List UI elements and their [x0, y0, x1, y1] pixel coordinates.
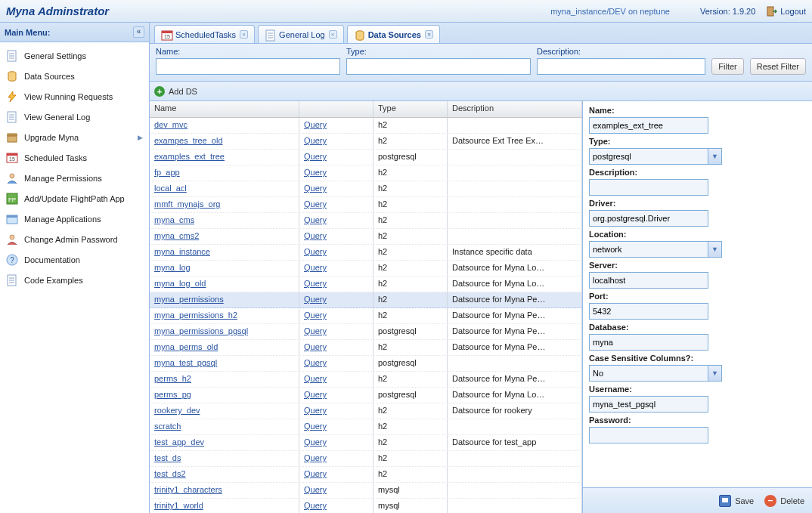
ds-name-link[interactable]: examples_ext_tree [154, 152, 225, 161]
query-link[interactable]: Query [304, 342, 327, 351]
sidebar-item-manage-permissions[interactable]: Manage Permissions [0, 168, 149, 188]
delete-button[interactable]: – Delete [764, 495, 804, 507]
ds-name-link[interactable]: myna_log_old [154, 279, 206, 288]
table-row[interactable]: myna_permissions_h2 Query h2 Datsource f… [150, 308, 582, 324]
ds-name-link[interactable]: myna_instance [154, 247, 210, 256]
add-ds-button[interactable]: Add DS [169, 87, 197, 96]
fld-driver-input[interactable] [589, 210, 708, 227]
ds-name-link[interactable]: myna_cms [154, 215, 194, 224]
query-link[interactable]: Query [304, 501, 327, 510]
ds-name-link[interactable]: trinity1_characters [154, 485, 222, 494]
table-row[interactable]: scratch Query h2 [150, 419, 582, 435]
ds-name-link[interactable]: myna_test_pgsql [154, 358, 217, 367]
ds-name-link[interactable]: myna_permissions [154, 295, 224, 304]
logout-button[interactable]: Logout [767, 6, 806, 17]
table-row[interactable]: examples_ext_tree Query postgresql [150, 150, 582, 165]
col-header-desc[interactable]: Description [448, 101, 582, 117]
tab-close-button[interactable]: × [425, 30, 433, 39]
query-link[interactable]: Query [304, 311, 327, 320]
fld-type-caret[interactable]: ▼ [708, 148, 722, 165]
fld-username-input[interactable] [589, 396, 708, 413]
fld-csc-caret[interactable]: ▼ [708, 365, 722, 382]
filter-button[interactable]: Filter [711, 58, 743, 75]
fld-password-input[interactable] [589, 427, 708, 443]
table-row[interactable]: exampes_tree_old Query h2 Datsource Ext … [150, 134, 582, 150]
query-link[interactable]: Query [304, 231, 327, 240]
query-link[interactable]: Query [304, 152, 327, 161]
fld-port-input[interactable] [589, 303, 708, 320]
sidebar-item-change-admin-password[interactable]: Change Admin Password [0, 229, 149, 249]
table-row[interactable]: test_app_dev Query h2 Datsource for test… [150, 435, 582, 451]
tab-close-button[interactable]: × [329, 30, 337, 39]
ds-name-link[interactable]: exampes_tree_old [154, 136, 223, 145]
query-link[interactable]: Query [304, 263, 327, 272]
table-row[interactable]: rookery_dev Query h2 Datsource for rooke… [150, 403, 582, 419]
query-link[interactable]: Query [304, 469, 327, 478]
table-row[interactable]: fp_app Query h2 [150, 165, 582, 181]
table-row[interactable]: myna_instance Query h2 Instance specific… [150, 245, 582, 261]
sidebar-item-documentation[interactable]: ? Documentation [0, 249, 149, 270]
table-row[interactable]: test_ds Query h2 [150, 451, 582, 467]
ds-name-link[interactable]: scratch [154, 422, 181, 431]
query-link[interactable]: Query [304, 279, 327, 288]
ds-name-link[interactable]: mmft_mynajs_org [154, 199, 220, 209]
query-link[interactable]: Query [304, 390, 327, 399]
save-button[interactable]: Save [719, 495, 754, 507]
query-link[interactable]: Query [304, 184, 327, 193]
query-link[interactable]: Query [304, 295, 327, 304]
ds-name-link[interactable]: myna_permissions_pgsql [154, 326, 248, 335]
ds-name-link[interactable]: myna_cms2 [154, 231, 199, 240]
table-row[interactable]: perms_h2 Query h2 Datsource for Myna Pe… [150, 372, 582, 388]
fld-location-select[interactable] [589, 241, 708, 258]
query-link[interactable]: Query [304, 326, 327, 335]
table-row[interactable]: trinity1_characters Query mysql [150, 483, 582, 499]
sidebar-item-view-general-log[interactable]: View General Log [0, 107, 149, 127]
table-row[interactable]: myna_permissions Query h2 Datsource for … [150, 292, 582, 308]
ds-name-link[interactable]: perms_h2 [154, 374, 191, 383]
table-row[interactable]: mmft_mynajs_org Query h2 [150, 197, 582, 213]
query-link[interactable]: Query [304, 168, 327, 177]
sidebar-item-view-running-requests[interactable]: View Running Requests [0, 86, 149, 107]
table-row[interactable]: myna_test_pgsql Query postgresql [150, 356, 582, 372]
table-row[interactable]: myna_perms_old Query h2 Datsource for My… [150, 340, 582, 356]
table-row[interactable]: myna_cms2 Query h2 [150, 229, 582, 245]
tab-data-sources[interactable]: Data Sources × [347, 25, 440, 43]
fld-server-input[interactable] [589, 272, 708, 289]
fld-desc-input[interactable] [589, 179, 708, 196]
sidebar-item-code-examples[interactable]: Code Examples [0, 270, 149, 290]
sidebar-item-upgrade-myna[interactable]: Upgrade Myna ▶ [0, 127, 149, 147]
ds-name-link[interactable]: perms_pg [154, 390, 191, 399]
table-row[interactable]: myna_cms Query h2 [150, 213, 582, 229]
ds-name-link[interactable]: dev_mvc [154, 120, 188, 129]
query-link[interactable]: Query [304, 437, 327, 447]
table-row[interactable]: trinity1_world Query mysql [150, 499, 582, 513]
ds-name-link[interactable]: test_ds2 [154, 469, 186, 478]
fld-csc-select[interactable] [589, 365, 708, 382]
sidebar-item-data-sources[interactable]: Data Sources [0, 66, 149, 86]
ds-name-link[interactable]: fp_app [154, 168, 180, 177]
query-link[interactable]: Query [304, 406, 327, 415]
tab-close-button[interactable]: × [240, 30, 248, 39]
table-row[interactable]: myna_log_old Query h2 Datsource for Myna… [150, 277, 582, 292]
sidebar-item-general-settings[interactable]: General Settings [0, 45, 149, 66]
tab-scheduledtasks[interactable]: 15 ScheduledTasks × [154, 25, 255, 43]
col-header-name[interactable]: Name [150, 101, 299, 117]
filter-type-input[interactable] [346, 58, 531, 75]
col-header-query[interactable] [299, 101, 373, 117]
table-row[interactable]: perms_pg Query postgresql Datsource for … [150, 388, 582, 403]
query-link[interactable]: Query [304, 136, 327, 145]
table-row[interactable]: myna_log Query h2 Datsource for Myna Lo… [150, 261, 582, 277]
table-row[interactable]: local_acl Query h2 [150, 181, 582, 197]
query-link[interactable]: Query [304, 199, 327, 209]
ds-name-link[interactable]: test_app_dev [154, 437, 204, 447]
sidebar-collapse-button[interactable]: « [133, 26, 144, 38]
query-link[interactable]: Query [304, 120, 327, 129]
sidebar-item-manage-applications[interactable]: Manage Applications [0, 209, 149, 229]
table-row[interactable]: myna_permissions_pgsql Query postgresql … [150, 324, 582, 340]
fld-type-select[interactable] [589, 148, 708, 165]
ds-name-link[interactable]: myna_permissions_h2 [154, 311, 237, 320]
fld-name-input[interactable] [589, 117, 708, 134]
table-row[interactable]: test_ds2 Query h2 [150, 467, 582, 483]
query-link[interactable]: Query [304, 215, 327, 224]
fld-location-caret[interactable]: ▼ [708, 241, 722, 258]
